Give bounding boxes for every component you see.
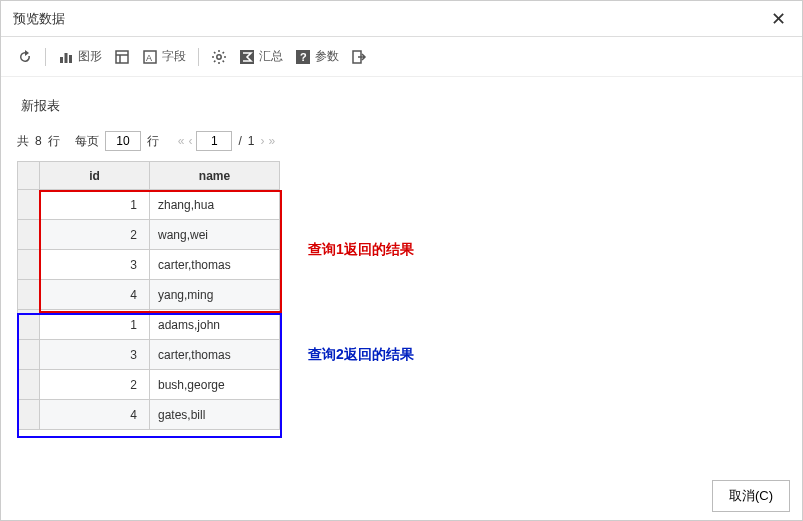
svg-rect-3 bbox=[116, 51, 128, 63]
table-row[interactable]: 4yang,ming bbox=[18, 280, 280, 310]
field-icon: A bbox=[142, 49, 158, 65]
page-unit: 行 bbox=[147, 133, 159, 150]
svg-rect-0 bbox=[60, 57, 63, 63]
question-icon: ? bbox=[295, 49, 311, 65]
cancel-button[interactable]: 取消(C) bbox=[712, 480, 790, 512]
table-row[interactable]: 2wang,wei bbox=[18, 220, 280, 250]
layout-icon bbox=[114, 49, 130, 65]
prev-page-icon[interactable]: ‹ bbox=[188, 134, 190, 148]
summary-button[interactable]: 汇总 bbox=[235, 44, 287, 69]
summary-label: 汇总 bbox=[259, 48, 283, 65]
separator bbox=[45, 48, 46, 66]
first-page-icon[interactable]: « bbox=[178, 134, 183, 148]
chart-icon bbox=[58, 49, 74, 65]
annotation-query2: 查询2返回的结果 bbox=[308, 346, 414, 364]
window-title: 预览数据 bbox=[13, 10, 65, 28]
table-row[interactable]: 1zhang,hua bbox=[18, 190, 280, 220]
annotation-query1: 查询1返回的结果 bbox=[308, 241, 414, 259]
gear-icon bbox=[211, 49, 227, 65]
refresh-icon bbox=[17, 49, 33, 65]
field-label: 字段 bbox=[162, 48, 186, 65]
refresh-button[interactable] bbox=[13, 45, 37, 69]
svg-text:?: ? bbox=[300, 51, 307, 63]
export-icon bbox=[351, 49, 367, 65]
table-row[interactable]: 3carter,thomas bbox=[18, 250, 280, 280]
table-row[interactable]: 3carter,thomas bbox=[18, 340, 280, 370]
total-prefix: 共 bbox=[17, 133, 29, 150]
current-page-input[interactable] bbox=[196, 131, 232, 151]
chart-button[interactable]: 图形 bbox=[54, 44, 106, 69]
close-icon[interactable]: ✕ bbox=[767, 6, 790, 32]
total-pages: 1 bbox=[248, 134, 255, 148]
chart-label: 图形 bbox=[78, 48, 102, 65]
data-table: id name 1zhang,hua 2wang,wei 3carter,tho… bbox=[17, 161, 280, 430]
table-row[interactable]: 2bush,george bbox=[18, 370, 280, 400]
svg-point-8 bbox=[217, 54, 221, 58]
report-name: 新报表 bbox=[21, 97, 786, 115]
separator bbox=[198, 48, 199, 66]
per-page-label: 每页 bbox=[75, 133, 99, 150]
field-button[interactable]: A 字段 bbox=[138, 44, 190, 69]
next-page-icon[interactable]: › bbox=[260, 134, 262, 148]
column-header-id[interactable]: id bbox=[40, 162, 150, 190]
row-header-blank bbox=[18, 162, 40, 190]
settings-button[interactable] bbox=[207, 45, 231, 69]
sigma-icon bbox=[239, 49, 255, 65]
param-button[interactable]: ? 参数 bbox=[291, 44, 343, 69]
table-row[interactable]: 1adams,john bbox=[18, 310, 280, 340]
export-button[interactable] bbox=[347, 45, 371, 69]
svg-text:A: A bbox=[146, 53, 152, 63]
total-rows: 8 bbox=[35, 134, 42, 148]
rows-unit: 行 bbox=[48, 133, 60, 150]
table-row[interactable]: 4gates,bill bbox=[18, 400, 280, 430]
column-header-name[interactable]: name bbox=[150, 162, 280, 190]
page-sep: / bbox=[238, 134, 241, 148]
per-page-input[interactable] bbox=[105, 131, 141, 151]
param-label: 参数 bbox=[315, 48, 339, 65]
pager: 共 8 行 每页 行 « ‹ / 1 › » bbox=[17, 131, 786, 151]
layout-button[interactable] bbox=[110, 45, 134, 69]
last-page-icon[interactable]: » bbox=[268, 134, 273, 148]
svg-rect-1 bbox=[65, 53, 68, 63]
svg-rect-2 bbox=[69, 55, 72, 63]
